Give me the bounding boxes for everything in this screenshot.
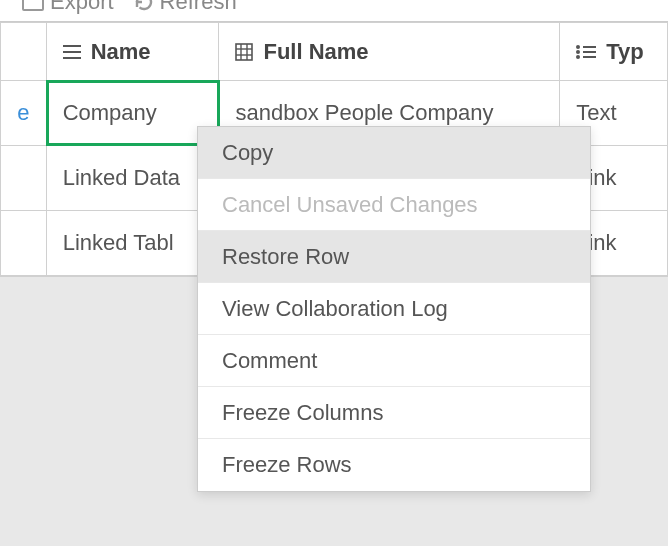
column-label: Full Name	[263, 39, 368, 65]
row-link-cell[interactable]: e	[0, 81, 47, 145]
menu-item-comment[interactable]: Comment	[198, 335, 590, 387]
export-icon	[22, 0, 44, 11]
svg-point-9	[576, 45, 580, 49]
menu-item-freeze-rows[interactable]: Freeze Rows	[198, 439, 590, 491]
column-label: Typ	[606, 39, 643, 65]
column-header-fullname[interactable]: Full Name	[219, 23, 560, 80]
menu-item-copy[interactable]: Copy	[198, 127, 590, 179]
cell-name[interactable]: Linked Data	[47, 146, 220, 210]
menu-item-cancel-unsaved: Cancel Unsaved Changes	[198, 179, 590, 231]
column-header-name[interactable]: Name	[47, 23, 220, 80]
header-spacer	[0, 23, 47, 80]
svg-point-10	[576, 50, 580, 54]
svg-rect-4	[236, 44, 252, 60]
grid-icon	[235, 43, 253, 61]
refresh-icon	[134, 0, 154, 12]
bullets-icon	[576, 45, 596, 59]
refresh-label: Refresh	[160, 0, 237, 15]
export-button[interactable]: Export	[22, 0, 114, 15]
column-label: Name	[91, 39, 151, 65]
row-link-cell[interactable]	[0, 211, 47, 275]
menu-item-collab-log[interactable]: View Collaboration Log	[198, 283, 590, 335]
row-link-cell[interactable]	[0, 146, 47, 210]
column-header-type[interactable]: Typ	[560, 23, 668, 80]
refresh-button[interactable]: Refresh	[134, 0, 237, 15]
table-header-row: Name Full Name Typ	[0, 23, 668, 81]
cell-name[interactable]: Linked Tabl	[47, 211, 220, 275]
menu-item-freeze-columns[interactable]: Freeze Columns	[198, 387, 590, 439]
svg-point-11	[576, 55, 580, 59]
cell-name[interactable]: Company	[47, 81, 220, 145]
svg-rect-0	[23, 0, 43, 10]
top-toolbar: Export Refresh	[0, 0, 668, 22]
export-label: Export	[50, 0, 114, 15]
menu-item-restore-row[interactable]: Restore Row	[198, 231, 590, 283]
context-menu: Copy Cancel Unsaved Changes Restore Row …	[197, 126, 591, 492]
list-icon	[63, 45, 81, 59]
